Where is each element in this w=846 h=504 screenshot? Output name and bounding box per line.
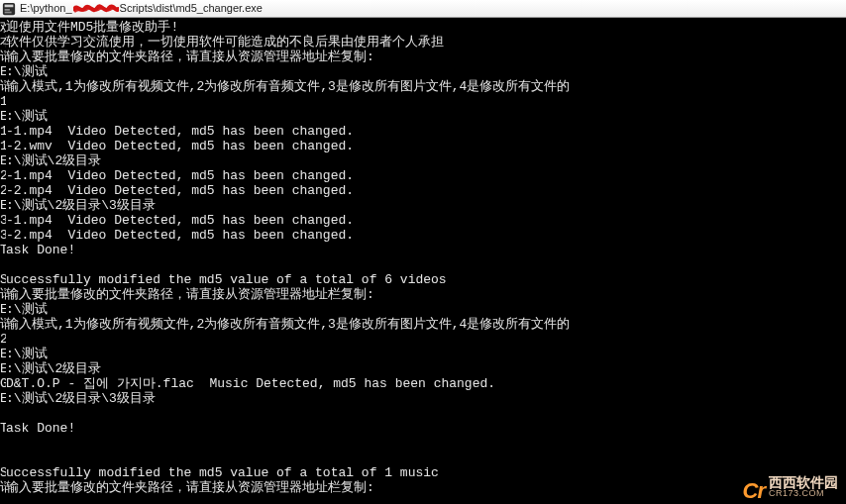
window-title-prefix: E:\python_ [20, 1, 72, 16]
console-line: 2-1.mp4 Video Detected, md5 has been cha… [0, 168, 846, 183]
console-line: 欢迎使用文件MD5批量修改助手! [0, 20, 846, 35]
site-watermark: Cr 西西软件园 CR173.COM [743, 475, 838, 498]
console-line: 2 [0, 332, 846, 347]
console-line: GD&T.O.P - 집에 가지마.flac Music Detected, m… [0, 376, 846, 391]
console-line: 请输入模式,1为修改所有视频文件,2为修改所有音频文件,3是修改所有图片文件,4… [0, 79, 846, 94]
console-line: E:\测试 [0, 109, 846, 124]
console-line: 请输入要批量修改的文件夹路径，请直接从资源管理器地址栏复制: [0, 480, 846, 495]
console-line: E:\测试 [0, 302, 846, 317]
console-line: Task Done! [0, 243, 846, 257]
console-line: 2-2.mp4 Video Detected, md5 has been cha… [0, 183, 846, 198]
console-line: E:\测试 [0, 347, 846, 361]
svg-rect-3 [5, 11, 12, 13]
console-line: 请输入模式,1为修改所有视频文件,2为修改所有音频文件,3是修改所有图片文件,4… [0, 317, 846, 332]
console-line: Successfully modified the md5 value of a… [0, 272, 846, 287]
console-line [0, 406, 846, 421]
console-line: 1-2.wmv Video Detected, md5 has been cha… [0, 139, 846, 153]
window-title-bar[interactable]: E:\python_ Scripts\dist\md5_changer.exe [0, 0, 846, 18]
console-line: E:\测试\2级目录 [0, 361, 846, 376]
console-line: 本软件仅供学习交流使用，一切使用软件可能造成的不良后果由使用者个人承担 [0, 35, 846, 50]
console-line: E:\测试\2级目录\3级目录 [0, 198, 846, 213]
console-output[interactable]: 欢迎使用文件MD5批量修改助手!本软件仅供学习交流使用，一切使用软件可能造成的不… [0, 18, 846, 504]
console-line [0, 436, 846, 451]
console-line: Successfully modified the md5 value of a… [0, 465, 846, 480]
window-title-suffix: Scripts\dist\md5_changer.exe [120, 1, 263, 16]
console-line [0, 257, 846, 272]
redacted-scribble [73, 3, 119, 15]
console-line: E:\测试\2级目录\3级目录 [0, 391, 846, 406]
watermark-logo: Cr [743, 483, 765, 498]
svg-rect-2 [5, 9, 10, 11]
console-line: 3-2.mp4 Video Detected, md5 has been cha… [0, 228, 846, 243]
console-line: Task Done! [0, 421, 846, 436]
console-line: E:\测试\2级目录 [0, 153, 846, 168]
console-line: 1-1.mp4 Video Detected, md5 has been cha… [0, 124, 846, 139]
console-line: E:\测试 [0, 64, 846, 79]
app-icon [2, 2, 16, 16]
console-line: 3-1.mp4 Video Detected, md5 has been cha… [0, 213, 846, 228]
console-line: 请输入要批量修改的文件夹路径，请直接从资源管理器地址栏复制: [0, 50, 846, 64]
console-line: 请输入要批量修改的文件夹路径，请直接从资源管理器地址栏复制: [0, 287, 846, 302]
svg-rect-1 [5, 4, 14, 7]
console-line: 1 [0, 94, 846, 109]
watermark-brand-url: CR173.COM [769, 489, 838, 498]
console-line [0, 451, 846, 465]
watermark-brand-cn: 西西软件园 [769, 475, 838, 489]
